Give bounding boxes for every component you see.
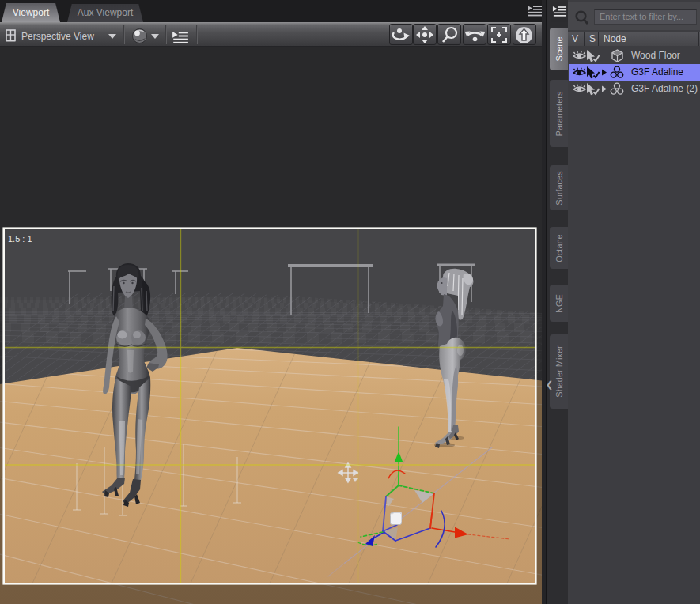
svg-text:1.5 : 1: 1.5 : 1 bbox=[8, 234, 32, 243]
